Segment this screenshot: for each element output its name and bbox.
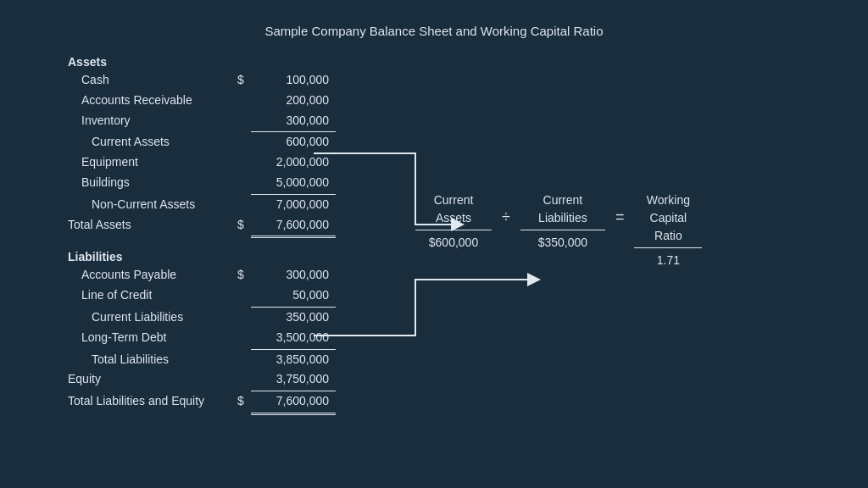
assets-header: Assets xyxy=(68,55,390,69)
wc-ratio-col-label: WorkingCapitalRatio xyxy=(634,191,702,248)
current-assets-label: Current Assets xyxy=(68,132,237,152)
current-liabilities-col: CurrentLiabilities $350,000 xyxy=(520,191,605,249)
table-row: Total Assets $ 7,600,000 xyxy=(68,215,390,239)
non-current-assets-label: Non-Current Assets xyxy=(68,195,237,215)
total-le-amount: 7,600,000 xyxy=(251,391,336,415)
inventory-label: Inventory xyxy=(68,111,237,131)
loc-label: Line of Credit xyxy=(68,286,237,306)
table-row: Non-Current Assets 7,000,000 xyxy=(68,195,390,215)
total-liabilities-amount: 3,850,000 xyxy=(251,350,336,370)
balance-sheet: Assets Cash $ 100,000 Accounts Receivabl… xyxy=(68,55,390,415)
table-row: Accounts Receivable 200,000 xyxy=(68,91,390,111)
equipment-amount: 2,000,000 xyxy=(251,152,336,173)
non-current-assets-amount: 7,000,000 xyxy=(251,195,336,215)
current-assets-amount: 600,000 xyxy=(251,132,336,152)
current-liabilities-amount: 350,000 xyxy=(251,308,336,328)
total-le-label: Total Liabilities and Equity xyxy=(68,391,237,412)
wc-ratio-col: WorkingCapitalRatio 1.71 xyxy=(634,191,702,267)
table-row: Current Liabilities 350,000 xyxy=(68,308,390,328)
inventory-amount: 300,000 xyxy=(251,111,336,133)
equals-operator: = xyxy=(615,208,625,226)
ar-label: Accounts Receivable xyxy=(68,91,237,111)
table-row: Line of Credit 50,000 xyxy=(68,286,390,308)
total-assets-amount: 7,600,000 xyxy=(251,215,336,239)
table-row: Inventory 300,000 xyxy=(68,111,390,133)
buildings-amount: 5,000,000 xyxy=(251,173,336,195)
ltd-label: Long-Term Debt xyxy=(68,328,237,348)
table-row: Cash $ 100,000 xyxy=(68,70,390,91)
ltd-amount: 3,500,000 xyxy=(251,328,336,350)
table-row: Accounts Payable $ 300,000 xyxy=(68,265,390,286)
cash-label: Cash xyxy=(68,70,237,91)
current-liabilities-col-label: CurrentLiabilities xyxy=(520,191,605,230)
table-row: Current Assets 600,000 xyxy=(68,132,390,152)
table-row: Long-Term Debt 3,500,000 xyxy=(68,328,390,350)
equity-label: Equity xyxy=(68,369,237,390)
current-liabilities-label: Current Liabilities xyxy=(68,308,237,328)
ar-amount: 200,000 xyxy=(251,91,336,111)
equity-amount: 3,750,000 xyxy=(251,369,336,391)
wc-ratio-value: 1.71 xyxy=(657,253,680,267)
loc-amount: 50,000 xyxy=(251,286,336,308)
liabilities-header: Liabilities xyxy=(68,250,390,263)
divide-operator: ÷ xyxy=(502,208,510,226)
wc-diagram: CurrentAssets $600,000 ÷ CurrentLiabilit… xyxy=(415,186,702,267)
total-assets-label: Total Assets xyxy=(68,215,237,236)
table-row: Buildings 5,000,000 xyxy=(68,173,390,195)
ap-label: Accounts Payable xyxy=(68,265,237,286)
current-liabilities-col-value: $350,000 xyxy=(538,236,587,249)
current-assets-col-value: $600,000 xyxy=(429,236,478,249)
equipment-label: Equipment xyxy=(68,152,237,173)
page-title: Sample Company Balance Sheet and Working… xyxy=(0,0,868,52)
cash-amount: 100,000 xyxy=(251,70,336,91)
table-row: Total Liabilities and Equity $ 7,600,000 xyxy=(68,391,390,415)
table-row: Equity 3,750,000 xyxy=(68,369,390,391)
total-liabilities-label: Total Liabilities xyxy=(68,350,237,370)
ap-amount: 300,000 xyxy=(251,265,336,286)
current-assets-col-label: CurrentAssets xyxy=(415,191,492,230)
current-assets-col: CurrentAssets $600,000 xyxy=(415,191,492,249)
buildings-label: Buildings xyxy=(68,173,237,193)
table-row: Total Liabilities 3,850,000 xyxy=(68,350,390,370)
table-row: Equipment 2,000,000 xyxy=(68,152,390,173)
